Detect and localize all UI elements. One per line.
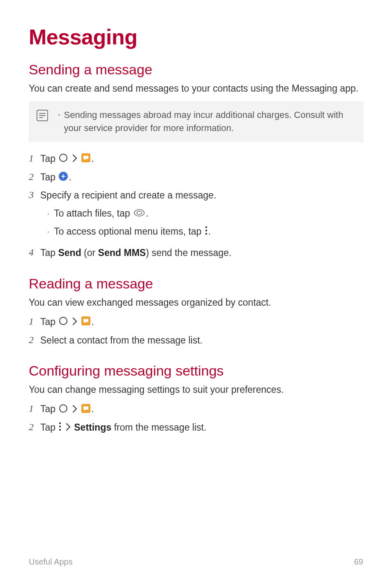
chevron-right-icon: [72, 152, 77, 166]
config-intro: You can change messaging settings to sui…: [29, 383, 363, 397]
config-step-2: Tap Settings from the message list.: [29, 421, 363, 435]
sub-item-menu: • To access optional menu items, tap .: [40, 224, 363, 240]
bullet-dot: •: [48, 211, 49, 217]
step-text: Tap: [40, 404, 58, 414]
step-text: .: [91, 316, 94, 327]
section-heading-reading: Reading a message: [29, 276, 363, 292]
messaging-app-icon: [81, 152, 90, 166]
step-text: .: [69, 172, 71, 182]
home-icon: [59, 152, 68, 166]
reading-step-2: Select a contact from the message list.: [29, 334, 363, 347]
sending-intro: You can create and send messages to your…: [29, 82, 363, 95]
reading-steps: Tap . Select a contact from the message …: [29, 315, 363, 347]
home-icon: [59, 316, 68, 329]
step-text: Tap: [40, 172, 58, 182]
home-icon: [59, 403, 68, 417]
step-text: .: [91, 153, 94, 164]
step-text: Tap: [40, 422, 58, 433]
note-icon: [36, 109, 51, 123]
step-text: Tap: [40, 153, 58, 164]
send-label: Send: [58, 247, 81, 258]
more-icon: [205, 224, 208, 240]
sending-step-3-sublist: • To attach files, tap . • To access opt…: [40, 206, 363, 240]
step-text: from the message list.: [111, 422, 206, 433]
more-icon: [59, 421, 61, 435]
chevron-right-icon: [72, 403, 77, 417]
config-step-1: Tap .: [29, 402, 363, 417]
chevron-right-icon: [66, 421, 71, 435]
attach-icon: [134, 206, 145, 221]
section-heading-sending: Sending a message: [29, 62, 363, 78]
note-text: Sending messages abroad may incur additi…: [64, 108, 355, 135]
page-title: Messaging: [29, 25, 363, 49]
compose-icon: [59, 171, 68, 184]
step-text: Select a contact from the message list.: [40, 335, 203, 346]
sub-text: .: [208, 226, 211, 237]
messaging-app-icon: [81, 403, 90, 417]
step-text: .: [91, 404, 94, 414]
sending-step-2: Tap .: [29, 171, 363, 185]
footer-section-label: Useful Apps: [29, 557, 73, 567]
sending-step-3: Specify a recipient and create a message…: [29, 189, 363, 242]
step-text: Specify a recipient and create a message…: [40, 190, 216, 201]
sub-item-attach: • To attach files, tap .: [40, 206, 363, 221]
step-text: Tap: [40, 247, 58, 258]
sending-step-1: Tap .: [29, 152, 363, 166]
sub-text: To attach files, tap: [54, 208, 133, 219]
bullet-dot: •: [48, 229, 49, 235]
sub-text: To access optional menu items, tap: [54, 226, 204, 237]
sub-text: .: [146, 208, 148, 219]
send-mms-label: Send MMS: [98, 247, 146, 258]
sending-steps: Tap . Tap . Specify a recipient and crea…: [29, 152, 363, 260]
step-text: Tap: [40, 316, 58, 327]
chevron-right-icon: [72, 316, 77, 329]
section-heading-config: Configuring messaging settings: [29, 363, 363, 379]
step-text: (or: [81, 247, 98, 258]
reading-intro: You can view exchanged messages organize…: [29, 296, 363, 309]
sending-step-4: Tap Send (or Send MMS) send the message.: [29, 246, 363, 260]
settings-label: Settings: [74, 422, 111, 433]
footer-page-number: 69: [354, 557, 363, 567]
bullet-dot: •: [58, 113, 60, 117]
config-steps: Tap . Tap Settings from the message list…: [29, 402, 363, 435]
note-box: • Sending messages abroad may incur addi…: [29, 101, 363, 142]
step-text: ) send the message.: [146, 247, 231, 258]
page-footer: Useful Apps 69: [29, 557, 363, 567]
reading-step-1: Tap .: [29, 315, 363, 330]
messaging-app-icon: [81, 316, 90, 329]
